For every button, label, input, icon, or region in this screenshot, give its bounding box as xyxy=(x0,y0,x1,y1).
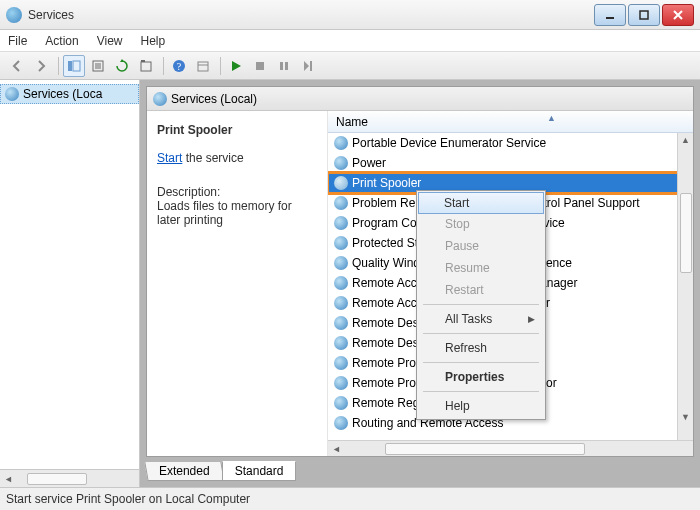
svg-rect-0 xyxy=(606,17,614,19)
service-icon xyxy=(334,136,348,150)
service-icon xyxy=(334,276,348,290)
left-hscroll[interactable]: ◄ xyxy=(0,469,139,487)
cm-start[interactable]: Start xyxy=(418,192,544,214)
svg-rect-6 xyxy=(141,60,145,62)
service-icon xyxy=(334,356,348,370)
svg-text:?: ? xyxy=(177,61,182,72)
cm-all-tasks[interactable]: All Tasks▶ xyxy=(419,308,543,330)
separator xyxy=(423,304,539,305)
service-icon xyxy=(334,396,348,410)
menubar: File Action View Help xyxy=(0,30,700,52)
cm-restart[interactable]: Restart xyxy=(419,279,543,301)
service-icon xyxy=(334,256,348,270)
svg-rect-9 xyxy=(198,62,208,71)
nav-tree[interactable]: Services (Loca xyxy=(0,80,139,469)
submenu-arrow-icon: ▶ xyxy=(528,314,535,324)
pause-service-button[interactable] xyxy=(273,55,295,77)
properties-button[interactable] xyxy=(135,55,157,77)
statusbar: Start service Print Spooler on Local Com… xyxy=(0,488,700,510)
pane-header: Services (Local) xyxy=(147,87,693,111)
pane-title: Services (Local) xyxy=(171,92,257,106)
menu-action[interactable]: Action xyxy=(45,34,78,48)
scroll-thumb[interactable] xyxy=(27,473,87,485)
service-icon xyxy=(334,316,348,330)
view-tabs: Extended Standard xyxy=(146,459,694,481)
window-title: Services xyxy=(28,8,74,22)
svg-rect-12 xyxy=(285,62,288,70)
left-pane: Services (Loca ◄ xyxy=(0,80,140,487)
cm-pause[interactable]: Pause xyxy=(419,235,543,257)
services-icon xyxy=(5,87,19,101)
horizontal-scrollbar[interactable]: ◄ xyxy=(328,440,693,456)
services-icon xyxy=(6,7,22,23)
sort-asc-icon: ▲ xyxy=(547,113,556,123)
service-icon xyxy=(334,196,348,210)
status-text: Start service Print Spooler on Local Com… xyxy=(6,492,250,506)
scroll-down-icon[interactable]: ▼ xyxy=(681,412,690,422)
stop-service-button[interactable] xyxy=(249,55,271,77)
list-item[interactable]: Power xyxy=(328,153,693,173)
service-icon xyxy=(334,336,348,350)
list-item[interactable]: Portable Device Enumerator Service xyxy=(328,133,693,153)
svg-rect-5 xyxy=(141,62,151,71)
service-icon xyxy=(334,216,348,230)
description-heading: Description: xyxy=(157,185,317,199)
tab-extended[interactable]: Extended xyxy=(144,462,224,481)
help-button[interactable]: ? xyxy=(168,55,190,77)
close-button[interactable] xyxy=(662,4,694,26)
cm-resume[interactable]: Resume xyxy=(419,257,543,279)
show-hide-tree-button[interactable] xyxy=(63,55,85,77)
back-button[interactable] xyxy=(6,55,28,77)
forward-button[interactable] xyxy=(30,55,52,77)
cm-refresh[interactable]: Refresh xyxy=(419,337,543,359)
service-icon xyxy=(334,376,348,390)
service-icon xyxy=(334,176,348,190)
start-link[interactable]: Start xyxy=(157,151,182,165)
detail-panel: Print Spooler Start the service Descript… xyxy=(147,111,327,456)
service-icon xyxy=(334,236,348,250)
context-menu: Start Stop Pause Resume Restart All Task… xyxy=(416,190,546,420)
export-list-button[interactable] xyxy=(87,55,109,77)
separator xyxy=(423,362,539,363)
start-line: Start the service xyxy=(157,151,317,165)
svg-rect-1 xyxy=(640,11,648,19)
menu-file[interactable]: File xyxy=(8,34,27,48)
menu-view[interactable]: View xyxy=(97,34,123,48)
service-icon xyxy=(334,416,348,430)
vertical-scrollbar[interactable]: ▲ ▼ xyxy=(677,133,693,440)
svg-rect-11 xyxy=(280,62,283,70)
scroll-thumb[interactable] xyxy=(680,193,692,273)
refresh-button[interactable] xyxy=(111,55,133,77)
cm-help[interactable]: Help xyxy=(419,395,543,417)
calendar-button[interactable] xyxy=(192,55,214,77)
scroll-thumb[interactable] xyxy=(385,443,585,455)
tree-item-label: Services (Loca xyxy=(23,87,102,101)
titlebar: Services xyxy=(0,0,700,30)
service-icon xyxy=(334,296,348,310)
cm-stop[interactable]: Stop xyxy=(419,213,543,235)
minimize-button[interactable] xyxy=(594,4,626,26)
selected-service-name: Print Spooler xyxy=(157,123,317,137)
column-header-name[interactable]: Name ▲ xyxy=(328,111,693,133)
menu-help[interactable]: Help xyxy=(141,34,166,48)
separator xyxy=(423,391,539,392)
svg-rect-10 xyxy=(256,62,264,70)
separator xyxy=(423,333,539,334)
svg-rect-3 xyxy=(73,61,80,71)
services-icon xyxy=(153,92,167,106)
description-text: Loads files to memory for later printing xyxy=(157,199,317,227)
tab-standard[interactable]: Standard xyxy=(222,461,297,481)
service-icon xyxy=(334,156,348,170)
svg-rect-13 xyxy=(310,61,312,71)
restart-service-button[interactable] xyxy=(297,55,319,77)
maximize-button[interactable] xyxy=(628,4,660,26)
toolbar: ? xyxy=(0,52,700,80)
cm-properties[interactable]: Properties xyxy=(419,366,543,388)
svg-rect-2 xyxy=(68,61,72,71)
scroll-up-icon[interactable]: ▲ xyxy=(681,135,690,145)
tree-item-services[interactable]: Services (Loca xyxy=(0,84,139,104)
start-service-button[interactable] xyxy=(225,55,247,77)
